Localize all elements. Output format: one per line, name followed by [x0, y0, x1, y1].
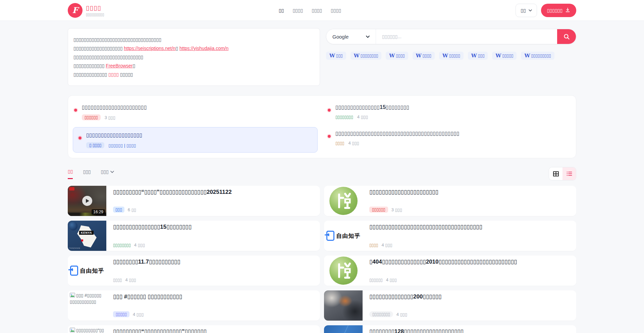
download-button[interactable]: ▯▯▯▯▯▯	[541, 4, 576, 17]
tab-1[interactable]: ▯▯▯	[83, 169, 91, 179]
chevron-down-icon	[110, 171, 114, 173]
wikipedia-w-icon: W	[442, 53, 448, 59]
ticker-item-2[interactable]: ▯▯▯▯▯▯▯▯▯▯▯▯▯▯▯15▯▯▯▯▯▯▯▯ ▯▯▯▯▯▯▯▯ 4 ▯▯▯	[326, 101, 571, 123]
brand[interactable]: F ▯▯▯▯ ▯▯▯▯▯▯▯▯▯	[68, 3, 104, 18]
seal-logo-icon	[329, 257, 358, 285]
video-duration: 16:29	[92, 209, 105, 215]
list-view-button[interactable]	[562, 167, 576, 180]
article-title[interactable]: ▯▯▯▯▯▯▯▯▯▯▯▯▯▯▯15▯▯▯▯▯▯▯▯	[113, 223, 313, 231]
search-input[interactable]	[376, 29, 557, 44]
broken-image-thumbnail: ▯▯▯ #▯▯▯▯▯▯ ▯▯▯▯▯▯▯▯▯▯▯	[68, 290, 106, 321]
article-card[interactable]: ▯▯▯▯▯▯▯▯▯“▯▯▯▯▯▯▯▯▯▯”▯▯▯▯▯▯▯ ▯▯▯▯▯▯▯▯▯“▯…	[68, 325, 320, 333]
wiki-tag-4[interactable]: W▯▯▯▯▯	[439, 52, 464, 60]
nav-item-1[interactable]: ▯▯▯▯	[292, 8, 303, 13]
article-title[interactable]: ▯▯▯▯▯▯▯▯▯“▯▯▯▯▯▯▯▯▯▯▯▯”▯▯▯▯▯▯▯	[113, 328, 313, 333]
wiki-tag-2[interactable]: W▯▯▯▯	[386, 52, 408, 60]
chevron-down-icon	[529, 9, 532, 11]
article-tag: ▯▯▯▯	[113, 278, 122, 282]
wiki-tag-0[interactable]: W▯▯▯	[326, 52, 346, 60]
view-toggle	[549, 167, 576, 180]
chevron-down-icon	[366, 36, 370, 38]
article-title[interactable]: ▯▯▯▯▯▯▯▯11.7▯▯▯▯▯▯▯▯▯▯	[113, 258, 313, 266]
kenya-map-shape	[77, 225, 97, 247]
site-title: ▯▯▯▯	[86, 4, 104, 12]
map-sublabel: TANZANIE	[69, 247, 80, 249]
intro-card: ▯▯▯▯▯▯▯▯▯▯▯▯▯▯▯▯▯▯▯▯▯▯▯▯▯▯▯▯▯▯▯▯▯▯ ▯▯▯▯▯…	[68, 28, 320, 86]
ticker-item-3[interactable]: ▯▯▯▯▯▯▯▯▯▯▯▯▯▯▯▯▯▯▯▯▯▯▯▯▯▯▯▯▯▯▯▯▯▯▯▯▯▯▯▯…	[326, 127, 571, 153]
intro-line-4: ▯▯▯▯▯▯▯▯▯▯▯▯ FreeBrowser▯	[73, 61, 314, 70]
article-card[interactable]: 自由知乎 ▯▯▯▯▯▯▯▯11.7▯▯▯▯▯▯▯▯▯▯ ▯▯▯▯ 4 ▯▯▯	[68, 256, 320, 286]
red-dot-icon	[78, 136, 82, 140]
site-subtitle: ▯▯▯▯▯▯▯▯▯	[86, 12, 104, 17]
freebrowser-link[interactable]: FreeBrowser	[106, 63, 132, 68]
tab-2-dropdown[interactable]: ▯▯▯	[101, 169, 114, 179]
ticker-item-1-highlighted[interactable]: ▯▯▯▯▯▯▯▯▯▯▯▯▯▯▯▯▯▯▯ ▯ ▯▯▯▯ ▯▯▯▯▯▯ | ▯▯▯▯	[73, 127, 318, 153]
article-column-left: 16:29 ▯▯▯▯▯▯▯▯▯“▯▯▯▯”▯▯▯▯▯▯▯▯▯▯▯▯▯▯▯2025…	[68, 186, 320, 333]
ticker-title[interactable]: ▯▯▯▯▯▯▯▯▯▯▯▯▯▯▯▯▯▯▯▯▯▯▯▯▯▯▯▯▯▯▯▯▯▯▯▯▯▯▯▯…	[335, 130, 460, 137]
article-title[interactable]: ▯▯▯▯▯▯▯▯▯▯▯▯▯▯▯▯▯▯▯▯▯▯	[369, 188, 570, 196]
article-card[interactable]: ▯▯▯▯▯▯▯▯▯▯▯▯▯▯200▯▯▯▯▯▯ ▯▯▯▯▯▯▯▯ 4 ▯▯▯	[324, 290, 576, 321]
wiki-tag-3[interactable]: W▯▯▯▯	[413, 52, 435, 60]
ticker-time: 4 ▯▯▯	[357, 114, 368, 119]
article-title[interactable]: ▯▯▯▯▯▯▯▯▯▯▯▯▯▯200▯▯▯▯▯▯	[369, 293, 570, 300]
nav-item-3[interactable]: ▯▯▯▯	[331, 8, 341, 13]
vpn-link[interactable]: ▯▯▯▯	[108, 72, 119, 77]
ticker-title[interactable]: ▯▯▯▯▯▯▯▯▯▯▯▯▯▯▯▯▯▯▯▯▯▯	[82, 104, 147, 111]
article-title[interactable]: ▯404▯▯▯▯▯▯▯▯▯▯▯▯▯▯2010▯▯▯▯▯▯▯▯▯▯▯▯▯▯▯▯▯▯…	[369, 258, 570, 266]
article-time: 4 ▯▯▯	[386, 277, 397, 282]
article-tag: ▯▯▯▯▯▯▯▯	[113, 243, 131, 247]
article-card[interactable]: ▯▯▯▯▯▯▯▯▯▯▯▯▯▯▯▯▯▯▯▯▯▯ ▯▯▯▯▯▯ 3 ▯▯▯	[324, 186, 576, 216]
ticker-title[interactable]: ▯▯▯▯▯▯▯▯▯▯▯▯▯▯▯15▯▯▯▯▯▯▯▯	[335, 104, 409, 111]
article-card[interactable]: 16:29 ▯▯▯▯▯▯▯▯▯“▯▯▯▯”▯▯▯▯▯▯▯▯▯▯▯▯▯▯▯2025…	[68, 186, 320, 216]
ticker-links[interactable]: ▯▯▯▯▯▯ | ▯▯▯▯	[108, 143, 136, 148]
article-tag: ▯▯▯▯▯	[113, 311, 129, 317]
nav-item-2[interactable]: ▯▯▯▯	[312, 8, 322, 13]
map-marker-icon	[81, 239, 83, 241]
play-icon	[82, 196, 92, 206]
article-title[interactable]: ▯▯▯▯▯▯▯▯▯▯▯▯▯▯▯▯▯▯▯▯▯▯▯▯▯▯▯▯▯▯▯▯▯▯▯▯	[369, 223, 570, 231]
intro-line-2: ▯▯▯▯▯▯▯▯▯▯▯▯▯▯▯▯▯▯▯ https://seiscription…	[73, 44, 314, 53]
ticker-badge: ▯ ▯▯▯▯	[86, 142, 104, 148]
article-time: 4 ▯▯▯	[396, 312, 407, 317]
article-card[interactable]: 自由知乎 ▯▯▯▯▯▯▯▯▯▯▯▯▯▯▯▯▯▯▯▯▯▯▯▯▯▯▯▯▯▯▯▯▯▯▯…	[324, 221, 576, 251]
red-dot-icon	[328, 135, 331, 138]
live-badge	[69, 187, 74, 190]
article-tag: ▯▯▯▯▯▯	[369, 207, 388, 213]
wikipedia-w-icon: W	[354, 53, 360, 59]
article-card[interactable]: ▯▯▯ #▯▯▯▯▯▯ ▯▯▯▯▯▯▯▯▯▯▯ ▯▯▯ #▯▯▯▯▯▯ ▯▯▯▯…	[68, 290, 320, 321]
article-card[interactable]: ▯404▯▯▯▯▯▯▯▯▯▯▯▯▯▯2010▯▯▯▯▯▯▯▯▯▯▯▯▯▯▯▯▯▯…	[324, 256, 576, 286]
exit-bracket-icon	[70, 266, 78, 276]
search-button[interactable]	[557, 29, 576, 44]
tab-all[interactable]: ▯▯	[68, 169, 73, 179]
wikipedia-w-icon: W	[329, 53, 335, 59]
main-nav: ▯▯ ▯▯▯▯ ▯▯▯▯ ▯▯▯▯	[104, 8, 516, 13]
search-bar: Google	[326, 29, 576, 44]
article-title[interactable]: ▯▯▯ #▯▯▯▯▯▯ ▯▯▯▯▯▯▯▯▯▯▯	[113, 293, 313, 300]
mirror-link-1[interactable]: https://seiscriptions.net/n	[124, 46, 175, 51]
ticker-title[interactable]: ▯▯▯▯▯▯▯▯▯▯▯▯▯▯▯▯▯▯▯	[86, 131, 142, 139]
article-title[interactable]: ▯▯▯▯▯▯▯▯▯“▯▯▯▯”▯▯▯▯▯▯▯▯▯▯▯▯▯▯▯20251122	[113, 188, 313, 196]
article-title[interactable]: ▯▯▯▯▯▯▯▯128▯▯▯▯▯▯▯▯▯▯▯▯▯▯▯▯▯▯▯	[369, 328, 570, 333]
wiki-tag-7[interactable]: W▯▯▯▯▯▯▯▯▯	[521, 52, 554, 60]
grid-view-button[interactable]	[549, 167, 562, 180]
article-tag: ▯▯▯	[113, 207, 124, 213]
article-tag: ▯▯▯▯▯▯	[369, 278, 383, 282]
exit-bracket-icon	[326, 231, 334, 241]
wiki-tag-6[interactable]: W▯▯▯▯▯	[492, 52, 517, 60]
ticker-item-0[interactable]: ▯▯▯▯▯▯▯▯▯▯▯▯▯▯▯▯▯▯▯▯▯▯ ▯▯▯▯▯▯ 3 ▯▯▯	[73, 101, 318, 123]
red-dot-icon	[74, 109, 77, 112]
search-engine-select[interactable]: Google	[326, 29, 376, 44]
language-selector[interactable]: ▯▯	[516, 4, 537, 17]
ticker-time: 3 ▯▯▯	[105, 115, 115, 120]
ticker-tag: ▯▯▯▯▯▯▯▯	[335, 115, 353, 119]
nav-item-0[interactable]: ▯▯	[279, 8, 284, 13]
article-card[interactable]: KENYA TANZANIE ▯▯▯▯▯▯▯▯▯▯▯▯▯▯▯15▯▯▯▯▯▯▯▯…	[68, 221, 320, 251]
search-icon	[564, 34, 570, 40]
intro-line-5: ▯▯▯▯▯▯▯▯▯▯▯▯▯ ▯▯▯▯ ▯▯▯▯▯	[73, 70, 314, 79]
tabs-row: ▯▯ ▯▯▯ ▯▯▯	[68, 167, 576, 180]
ticker-time: 4 ▯▯▯	[348, 141, 359, 146]
mirror-link-2[interactable]: https://yishudajia.com/n	[179, 46, 228, 51]
wiki-tag-5[interactable]: W▯▯▯	[468, 52, 488, 60]
wiki-tag-1[interactable]: W▯▯▯▯▯▯▯▯	[351, 52, 382, 60]
article-card[interactable]: VA ▯▯▯▯▯▯▯▯128▯▯▯▯▯▯▯▯▯▯▯▯▯▯▯▯▯▯▯	[324, 325, 576, 333]
